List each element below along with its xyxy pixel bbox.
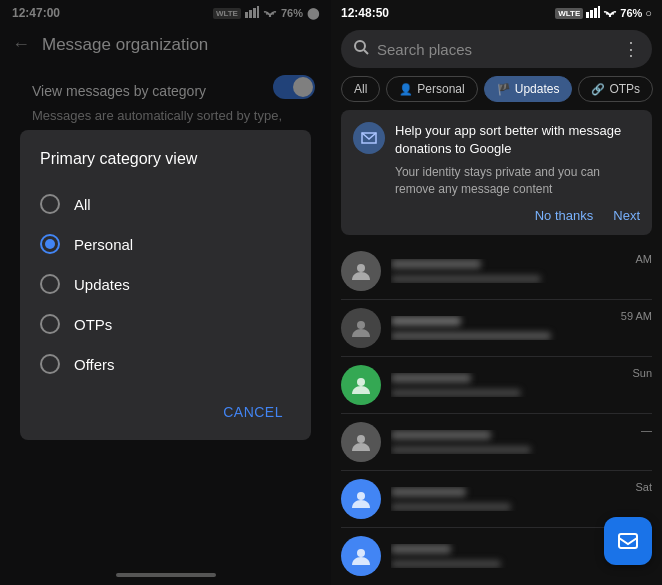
- svg-point-14: [357, 378, 365, 386]
- msg-name-3: [391, 373, 471, 383]
- search-placeholder: Search places: [377, 41, 614, 58]
- option-personal-label: Personal: [74, 236, 133, 253]
- msg-name-6: [391, 544, 451, 554]
- option-all-label: All: [74, 196, 91, 213]
- left-panel: 12:47:00 WLTE 76% ⬤ ← Message organizati…: [0, 0, 331, 585]
- dialog-actions: Cancel: [20, 384, 311, 440]
- msg-content-5: [391, 487, 652, 511]
- radio-offers: [40, 354, 60, 374]
- avatar-4: [341, 422, 381, 462]
- svg-point-17: [357, 549, 365, 557]
- msg-time-4: —: [641, 424, 652, 436]
- tab-otps[interactable]: 🔗 OTPs: [578, 76, 653, 102]
- dialog-title: Primary category view: [20, 150, 311, 184]
- tab-all[interactable]: All: [341, 76, 380, 102]
- cancel-button[interactable]: Cancel: [211, 396, 295, 428]
- msg-name-1: [391, 259, 481, 269]
- msg-preview-6: [391, 560, 501, 568]
- primary-category-dialog: Primary category view All Personal Updat…: [20, 130, 311, 440]
- msg-content-1: [391, 259, 652, 283]
- message-item-3[interactable]: Sun: [331, 357, 662, 413]
- right-panel: 12:48:50 WLTE 76% ○ Search places ⋮ All …: [331, 0, 662, 585]
- radio-all: [40, 194, 60, 214]
- msg-time-1: AM: [636, 253, 653, 265]
- radio-otps: [40, 314, 60, 334]
- msg-preview-1: [391, 275, 541, 283]
- msg-name-4: [391, 430, 491, 440]
- promo-actions: No thanks Next: [353, 208, 640, 223]
- msg-name-5: [391, 487, 466, 497]
- msg-content-4: [391, 430, 652, 454]
- wifi-icon-right: [603, 7, 617, 19]
- svg-point-10: [355, 41, 365, 51]
- svg-rect-6: [590, 10, 593, 18]
- tab-personal[interactable]: 👤 Personal: [386, 76, 477, 102]
- no-thanks-button[interactable]: No thanks: [535, 208, 594, 223]
- avatar-5: [341, 479, 381, 519]
- msg-preview-5: [391, 503, 511, 511]
- msg-time-3: Sun: [632, 367, 652, 379]
- compose-fab[interactable]: [604, 517, 652, 565]
- status-icons-right: WLTE 76% ○: [555, 6, 652, 20]
- battery-icon-right: ○: [645, 7, 652, 19]
- updates-icon: 🏴: [497, 83, 511, 96]
- promo-header: Help your app sort better with message d…: [353, 122, 640, 158]
- status-bar-right: 12:48:50 WLTE 76% ○: [331, 0, 662, 26]
- personal-icon: 👤: [399, 83, 413, 96]
- search-icon: [353, 39, 369, 59]
- option-updates[interactable]: Updates: [20, 264, 311, 304]
- option-updates-label: Updates: [74, 276, 130, 293]
- more-icon[interactable]: ⋮: [622, 38, 640, 60]
- promo-card: Help your app sort better with message d…: [341, 110, 652, 235]
- bottom-indicator-left: [116, 573, 216, 577]
- option-offers[interactable]: Offers: [20, 344, 311, 384]
- tab-all-label: All: [354, 82, 367, 96]
- svg-point-15: [357, 435, 365, 443]
- svg-point-12: [357, 264, 365, 272]
- message-item-2[interactable]: 59 AM: [331, 300, 662, 356]
- next-button[interactable]: Next: [613, 208, 640, 223]
- option-otps[interactable]: OTPs: [20, 304, 311, 344]
- tab-updates-label: Updates: [515, 82, 560, 96]
- promo-desc: Your identity stays private and you can …: [395, 164, 640, 198]
- svg-rect-7: [594, 8, 597, 18]
- msg-preview-2: [391, 332, 551, 340]
- message-item-4[interactable]: —: [331, 414, 662, 470]
- msg-content-3: [391, 373, 652, 397]
- option-offers-label: Offers: [74, 356, 115, 373]
- time-right: 12:48:50: [341, 6, 389, 20]
- msg-content-2: [391, 316, 652, 340]
- avatar-1: [341, 251, 381, 291]
- promo-icon: [353, 122, 385, 154]
- msg-time-5: Sat: [635, 481, 652, 493]
- tab-personal-label: Personal: [417, 82, 464, 96]
- avatar-6: [341, 536, 381, 576]
- radio-updates: [40, 274, 60, 294]
- svg-rect-8: [598, 6, 600, 18]
- signal-icon-right: [586, 6, 600, 20]
- wlte-badge-right: WLTE: [555, 8, 583, 19]
- svg-point-13: [357, 321, 365, 329]
- tab-updates[interactable]: 🏴 Updates: [484, 76, 573, 102]
- battery-right: 76%: [620, 7, 642, 19]
- msg-time-2: 59 AM: [621, 310, 652, 322]
- option-otps-label: OTPs: [74, 316, 112, 333]
- msg-preview-3: [391, 389, 521, 397]
- promo-title: Help your app sort better with message d…: [395, 122, 640, 158]
- tab-otps-label: OTPs: [609, 82, 640, 96]
- avatar-2: [341, 308, 381, 348]
- msg-name-2: [391, 316, 461, 326]
- tabs-row: All 👤 Personal 🏴 Updates 🔗 OTPs: [331, 76, 662, 110]
- search-bar[interactable]: Search places ⋮: [341, 30, 652, 68]
- radio-personal: [40, 234, 60, 254]
- otps-icon: 🔗: [591, 83, 605, 96]
- option-personal[interactable]: Personal: [20, 224, 311, 264]
- message-item[interactable]: AM: [331, 243, 662, 299]
- msg-preview-4: [391, 446, 531, 454]
- option-all[interactable]: All: [20, 184, 311, 224]
- svg-line-11: [364, 50, 368, 54]
- svg-point-16: [357, 492, 365, 500]
- avatar-3: [341, 365, 381, 405]
- svg-rect-5: [586, 12, 589, 18]
